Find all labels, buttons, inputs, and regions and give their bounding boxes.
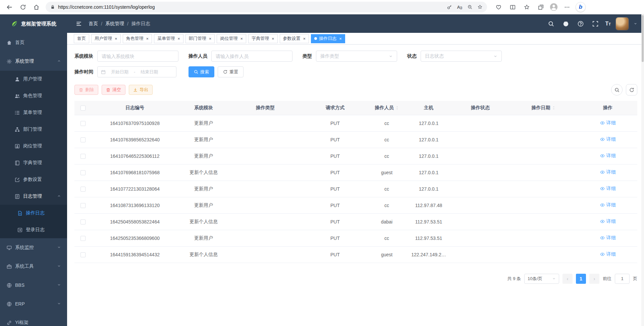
row-checkbox[interactable]: [80, 121, 86, 126]
detail-link[interactable]: 详细: [600, 169, 616, 175]
clear-button[interactable]: 清空: [102, 85, 125, 95]
date-range-picker[interactable]: -: [97, 66, 176, 77]
column-header[interactable]: 操作日期: [508, 101, 578, 115]
next-page-button[interactable]: ›: [589, 274, 599, 284]
row-checkbox[interactable]: [80, 203, 86, 208]
row-checkbox[interactable]: [80, 187, 86, 192]
detail-link[interactable]: 详细: [600, 120, 616, 126]
page-number-button[interactable]: 1: [576, 274, 586, 284]
sidebar-item-8[interactable]: 参数设置: [0, 171, 67, 188]
close-icon[interactable]: ×: [177, 37, 180, 41]
detail-link[interactable]: 详细: [600, 202, 616, 208]
browser-home-icon[interactable]: [30, 1, 42, 13]
tab-5[interactable]: 岗位管理×: [217, 34, 246, 43]
sidebar-item-1[interactable]: 系统管理: [0, 52, 67, 71]
page-scrollbar[interactable]: [641, 14, 644, 326]
more-icon[interactable]: [561, 1, 572, 13]
password-key-icon[interactable]: [447, 5, 452, 9]
refresh-table-button[interactable]: [626, 84, 637, 95]
back-icon[interactable]: [3, 1, 15, 13]
help-icon[interactable]: [576, 19, 586, 29]
sidebar-item-6[interactable]: 岗位管理: [0, 138, 67, 154]
detail-link[interactable]: 详细: [600, 235, 616, 241]
detail-link[interactable]: 详细: [600, 218, 616, 224]
close-icon[interactable]: ×: [303, 37, 306, 41]
detail-link[interactable]: 详细: [600, 153, 616, 159]
sidebar-item-3[interactable]: 角色管理: [0, 87, 67, 104]
close-icon[interactable]: ×: [146, 37, 149, 41]
row-checkbox[interactable]: [80, 219, 86, 224]
type-select[interactable]: 操作类型: [316, 51, 397, 62]
address-bar[interactable]: https://ccnetcore.com:1101/system/log/op…: [46, 2, 487, 12]
sort-icon[interactable]: [552, 106, 555, 110]
row-checkbox[interactable]: [80, 137, 86, 142]
close-icon[interactable]: ×: [272, 37, 274, 41]
bing-icon[interactable]: b: [576, 2, 586, 12]
start-date-input[interactable]: [108, 69, 132, 74]
reload-icon[interactable]: [17, 1, 29, 13]
search-icon[interactable]: [546, 19, 556, 29]
reset-button[interactable]: 重置: [218, 66, 244, 77]
row-checkbox[interactable]: [80, 236, 86, 241]
close-icon[interactable]: ×: [240, 37, 243, 41]
breadcrumb-item-home[interactable]: 首页: [89, 21, 98, 27]
read-aloud-icon[interactable]: A)): [457, 5, 462, 10]
sidebar-item-0[interactable]: 首页: [0, 33, 67, 52]
sort-icon[interactable]: [395, 106, 399, 110]
sidebar-item-13[interactable]: 系统工具: [0, 257, 67, 276]
browser-essentials-icon[interactable]: [493, 1, 504, 13]
tab-0[interactable]: 首页: [74, 34, 89, 43]
close-icon[interactable]: ×: [115, 37, 117, 41]
sidebar-item-15[interactable]: ERP: [0, 295, 67, 313]
close-icon[interactable]: ×: [209, 37, 212, 41]
operator-input[interactable]: [211, 51, 292, 62]
search-button[interactable]: 搜索: [189, 66, 214, 77]
sidebar-item-11[interactable]: 登录日志: [0, 221, 67, 238]
scrollbar-thumb[interactable]: [642, 15, 644, 62]
row-checkbox[interactable]: [80, 252, 86, 257]
delete-button[interactable]: 删除: [74, 85, 98, 95]
tab-6[interactable]: 字典管理×: [248, 34, 278, 43]
toggle-search-button[interactable]: [611, 84, 623, 95]
close-icon[interactable]: ×: [339, 37, 342, 41]
sidebar-item-9[interactable]: 日志管理: [0, 188, 67, 205]
prev-page-button[interactable]: ‹: [562, 274, 573, 284]
sidebar-item-12[interactable]: 系统监控: [0, 238, 67, 257]
export-button[interactable]: 导出: [129, 85, 153, 95]
split-screen-icon[interactable]: [507, 1, 518, 13]
tab-8[interactable]: 操作日志×: [311, 34, 345, 43]
row-checkbox[interactable]: [80, 154, 86, 159]
add-favorite-icon[interactable]: [478, 5, 482, 9]
column-header[interactable]: 操作人员: [368, 101, 405, 115]
sidebar-item-10[interactable]: 操作日志: [0, 205, 67, 221]
row-checkbox[interactable]: [80, 170, 86, 175]
favorites-icon[interactable]: [521, 1, 532, 13]
tab-4[interactable]: 部门管理×: [185, 34, 215, 43]
hamburger-icon[interactable]: [74, 19, 84, 29]
detail-link[interactable]: 详细: [600, 251, 616, 257]
sidebar-item-4[interactable]: 菜单管理: [0, 104, 67, 121]
sidebar-item-5[interactable]: 部门管理: [0, 121, 67, 138]
browser-profile-avatar[interactable]: [549, 3, 558, 11]
zoom-out-icon[interactable]: [468, 5, 472, 9]
sidebar-item-2[interactable]: 用户管理: [0, 71, 67, 87]
user-avatar[interactable]: [615, 17, 629, 30]
breadcrumb-item-system[interactable]: 系统管理: [105, 21, 124, 27]
detail-link[interactable]: 详细: [600, 136, 616, 142]
status-select[interactable]: 日志状态: [421, 51, 502, 62]
detail-link[interactable]: 详细: [600, 186, 616, 192]
collections-icon[interactable]: [535, 1, 546, 13]
sidebar-item-7[interactable]: 字典管理: [0, 154, 67, 171]
page-size-select[interactable]: 10条/页: [524, 274, 559, 284]
goto-page-input[interactable]: [615, 274, 630, 284]
tab-3[interactable]: 菜单管理×: [154, 34, 183, 43]
tab-2[interactable]: 角色管理×: [123, 34, 152, 43]
fullscreen-icon[interactable]: [590, 19, 600, 29]
tab-1[interactable]: 用户管理×: [91, 34, 121, 43]
module-input[interactable]: [97, 51, 178, 62]
tab-7[interactable]: 参数设置×: [280, 34, 309, 43]
github-icon[interactable]: [561, 19, 571, 29]
select-all-checkbox[interactable]: [80, 106, 86, 111]
sidebar-item-14[interactable]: BBS: [0, 276, 67, 295]
font-size-icon[interactable]: TT: [605, 21, 611, 27]
